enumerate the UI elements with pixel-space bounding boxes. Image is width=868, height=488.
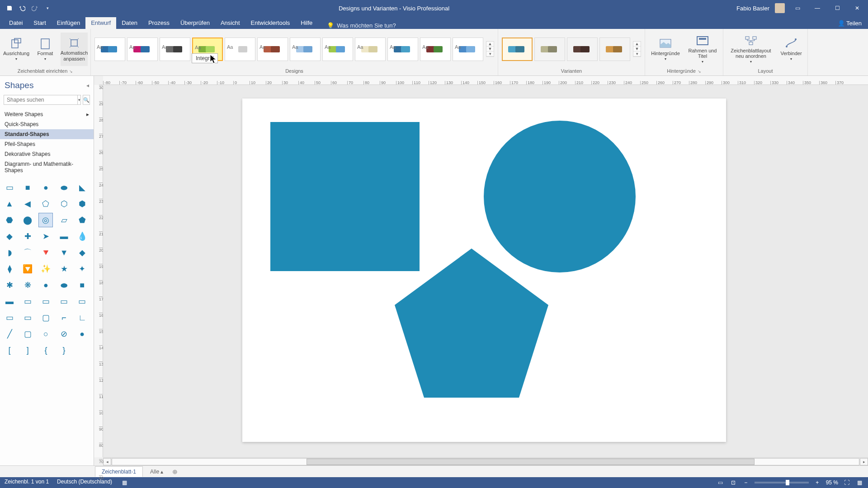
connectors-button[interactable]: Verbinder▾ bbox=[778, 33, 805, 66]
macro-recorder-icon[interactable]: ▦ bbox=[120, 479, 128, 487]
stencil-shape-52[interactable]: { bbox=[39, 343, 52, 357]
zoom-in-icon[interactable]: + bbox=[813, 479, 821, 487]
gallery-down-icon[interactable]: ▼ bbox=[486, 47, 494, 52]
stencil-shape-7[interactable]: ⬠ bbox=[39, 197, 52, 211]
design-theme-0[interactable]: Aa bbox=[94, 38, 125, 61]
backgrounds-button[interactable]: Hintergründe▾ bbox=[648, 33, 683, 66]
search-dropdown-icon[interactable]: ▾ bbox=[78, 95, 81, 105]
variants-gallery-scroll[interactable]: ▲▼▾ bbox=[633, 41, 641, 57]
autofit-button[interactable]: Automatisch anpassen bbox=[61, 33, 88, 66]
variant-0[interactable] bbox=[502, 38, 533, 61]
stencil-shape-47[interactable]: ○ bbox=[39, 327, 52, 341]
scroll-left-icon[interactable]: ◂ bbox=[103, 458, 111, 465]
stencil-shape-24[interactable]: ◆ bbox=[75, 246, 89, 259]
user-name[interactable]: Fabio Basler bbox=[736, 5, 769, 12]
stencil-shape-21[interactable]: ⌒ bbox=[21, 246, 34, 259]
ribbon-display-options-icon[interactable]: ▭ bbox=[790, 3, 805, 14]
stencil-shape-41[interactable]: ▭ bbox=[21, 311, 34, 324]
zoom-slider[interactable] bbox=[755, 482, 809, 483]
stencil-shape-53[interactable]: } bbox=[57, 343, 71, 357]
stencil-shape-10[interactable]: ⬣ bbox=[3, 213, 16, 227]
stencil-shape-6[interactable]: ◀ bbox=[21, 197, 34, 211]
horizontal-scrollbar[interactable]: ◂ ▸ bbox=[103, 457, 868, 465]
stencil-shape-12[interactable]: ◎ bbox=[39, 213, 52, 227]
stencil-shape-44[interactable]: ∟ bbox=[75, 311, 89, 324]
tab-entwicklertools[interactable]: Entwicklertools bbox=[245, 17, 296, 29]
stencil-shape-50[interactable]: [ bbox=[3, 343, 16, 357]
stencil-shape-45[interactable]: ╱ bbox=[3, 327, 16, 341]
stencil-shape-48[interactable]: ⊘ bbox=[57, 327, 71, 341]
stencil-shape-11[interactable]: ⬤ bbox=[21, 213, 34, 227]
tell-me-search[interactable]: 💡 Was möchten Sie tun? bbox=[327, 22, 396, 29]
stencil-shape-15[interactable]: ◆ bbox=[3, 230, 16, 243]
stencil-shape-16[interactable]: ✚ bbox=[21, 230, 34, 243]
design-theme-10[interactable]: Aa bbox=[420, 38, 451, 61]
variant-2[interactable] bbox=[567, 38, 598, 61]
stencil-shape-40[interactable]: ▭ bbox=[3, 311, 16, 324]
tab-entwurf[interactable]: Entwurf bbox=[85, 17, 116, 29]
stencil-shape-25[interactable]: ⧫ bbox=[3, 262, 16, 276]
tab-einfuegen[interactable]: Einfügen bbox=[52, 17, 85, 29]
orientation-button[interactable]: Ausrichtung▾ bbox=[3, 33, 30, 66]
redo-icon[interactable] bbox=[31, 4, 39, 12]
stencil-shape-18[interactable]: ▬ bbox=[57, 230, 71, 243]
save-icon[interactable] bbox=[5, 4, 14, 12]
canvas-viewport[interactable] bbox=[103, 85, 868, 457]
design-theme-4[interactable]: Aa bbox=[225, 38, 255, 61]
circle-shape[interactable] bbox=[484, 121, 636, 272]
design-theme-8[interactable]: Aa bbox=[355, 38, 386, 61]
scroll-right-icon[interactable]: ▸ bbox=[860, 458, 868, 465]
stencil-shape-30[interactable]: ✱ bbox=[3, 278, 16, 292]
stencil-shape-33[interactable]: ⬬ bbox=[57, 278, 71, 292]
page-setup-launcher[interactable]: ↘ bbox=[69, 69, 73, 74]
pan-zoom-icon[interactable]: ▦ bbox=[855, 479, 863, 487]
zoom-out-icon[interactable]: − bbox=[742, 479, 750, 487]
design-theme-7[interactable]: Aa bbox=[322, 38, 353, 61]
minimize-button[interactable]: — bbox=[810, 3, 825, 14]
add-sheet-button[interactable]: ⊕ bbox=[170, 467, 179, 476]
stencil-shape-0[interactable]: ▭ bbox=[3, 181, 16, 194]
stencil-weitere-shapes[interactable]: Weitere Shapes▸ bbox=[0, 109, 94, 119]
stencil-shape-14[interactable]: ⬟ bbox=[75, 213, 89, 227]
stencil-shape-27[interactable]: ✨ bbox=[39, 262, 52, 276]
design-theme-1[interactable]: Aa bbox=[127, 38, 158, 61]
search-go-icon[interactable]: 🔍 bbox=[83, 95, 90, 105]
stencil-shape-8[interactable]: ⬡ bbox=[57, 197, 71, 211]
stencil-shape-20[interactable]: ◗ bbox=[3, 246, 16, 259]
page-info[interactable]: Zeichenbl. 1 von 1 bbox=[5, 479, 49, 487]
fit-page-icon[interactable]: ⊡ bbox=[729, 479, 737, 487]
gallery-up-icon[interactable]: ▲ bbox=[633, 42, 641, 47]
stencil-shape-17[interactable]: ➤ bbox=[39, 230, 52, 243]
maximize-button[interactable]: ☐ bbox=[830, 3, 844, 14]
design-theme-11[interactable]: Aa bbox=[453, 38, 483, 61]
design-theme-6[interactable]: Aa bbox=[290, 38, 321, 61]
stencil-shape-3[interactable]: ⬬ bbox=[57, 181, 71, 194]
stencil-shape-31[interactable]: ❋ bbox=[21, 278, 34, 292]
close-button[interactable]: ✕ bbox=[850, 3, 864, 14]
tab-datei[interactable]: Datei bbox=[4, 17, 28, 29]
stencil-shape-22[interactable]: 🔻 bbox=[39, 246, 52, 259]
format-button[interactable]: Format▾ bbox=[32, 33, 59, 66]
stencil-shape-2[interactable]: ● bbox=[39, 181, 52, 194]
collapse-panel-icon[interactable]: ◂ bbox=[86, 82, 89, 89]
stencil-shape-35[interactable]: ▬ bbox=[3, 295, 16, 308]
user-avatar[interactable] bbox=[775, 3, 785, 13]
variant-3[interactable] bbox=[599, 38, 630, 61]
stencil-diagramm-und-mathematik-shapes[interactable]: Diagramm- und Mathematik-Shapes bbox=[0, 159, 94, 175]
share-button[interactable]: 👤 Teilen bbox=[831, 18, 868, 29]
backgrounds-launcher[interactable]: ↘ bbox=[698, 69, 701, 74]
stencil-shape-46[interactable]: ▢ bbox=[21, 327, 34, 341]
stencil-shape-9[interactable]: ⬢ bbox=[75, 197, 89, 211]
stencil-shape-38[interactable]: ▭ bbox=[57, 295, 71, 308]
zoom-level[interactable]: 95 % bbox=[826, 479, 838, 486]
qat-dropdown-icon[interactable]: ▾ bbox=[43, 4, 52, 12]
tab-ansicht[interactable]: Ansicht bbox=[215, 17, 245, 29]
stencil-shape-39[interactable]: ▭ bbox=[75, 295, 89, 308]
gallery-more-icon[interactable]: ▾ bbox=[486, 52, 494, 56]
stencil-shape-43[interactable]: ⌐ bbox=[57, 311, 71, 324]
language-status[interactable]: Deutsch (Deutschland) bbox=[57, 479, 112, 487]
drawing-page[interactable] bbox=[242, 99, 726, 442]
tab-hilfe[interactable]: Hilfe bbox=[295, 17, 318, 29]
shapes-search-input[interactable] bbox=[4, 95, 78, 105]
undo-icon[interactable] bbox=[18, 4, 26, 12]
